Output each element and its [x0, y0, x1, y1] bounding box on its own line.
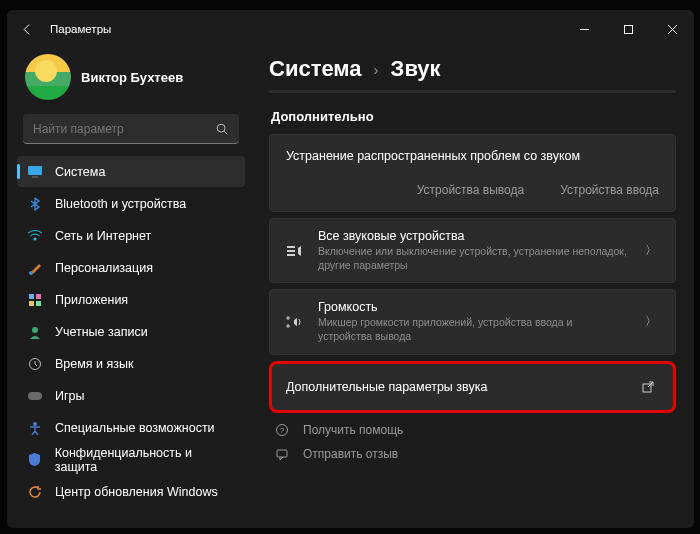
sidebar-item-label: Конфиденциальность и защита	[55, 446, 235, 474]
sidebar-item-label: Персонализация	[55, 261, 153, 275]
card-more-sound-settings[interactable]: Дополнительные параметры звука	[269, 361, 676, 413]
help-icon: ?	[273, 423, 291, 437]
help-label: Получить помощь	[303, 423, 403, 437]
user-profile[interactable]: Виктор Бухтеев	[17, 48, 245, 112]
user-name: Виктор Бухтеев	[81, 70, 183, 85]
search-input[interactable]	[23, 114, 239, 144]
speaker-list-icon	[284, 242, 304, 260]
minimize-button[interactable]	[562, 10, 606, 48]
progress-divider	[269, 90, 676, 93]
svg-rect-6	[28, 166, 42, 175]
svg-point-9	[29, 271, 33, 275]
search-icon	[215, 122, 229, 136]
bluetooth-icon	[27, 196, 43, 212]
troubleshoot-output-button[interactable]: Устройства вывода	[417, 183, 524, 197]
sidebar-item-system[interactable]: Система	[17, 156, 245, 187]
sidebar-item-accessibility[interactable]: Специальные возможности	[17, 412, 245, 443]
sidebar-item-accounts[interactable]: Учетные записи	[17, 316, 245, 347]
svg-line-5	[224, 131, 227, 134]
svg-rect-1	[624, 25, 632, 33]
sidebar: Виктор Бухтеев Система Bluetooth и устро…	[7, 48, 255, 528]
sidebar-item-update[interactable]: Центр обновления Windows	[17, 476, 245, 507]
sidebar-item-bluetooth[interactable]: Bluetooth и устройства	[17, 188, 245, 219]
svg-point-4	[217, 124, 225, 132]
volume-sub: Микшер громкости приложений, устройства …	[318, 316, 627, 343]
sidebar-item-label: Bluetooth и устройства	[55, 197, 186, 211]
sidebar-item-label: Центр обновления Windows	[55, 485, 218, 499]
all-devices-sub: Включение или выключение устройств, устр…	[318, 245, 627, 272]
clock-icon	[27, 356, 43, 372]
sidebar-item-label: Учетные записи	[55, 325, 148, 339]
brush-icon	[27, 260, 43, 276]
update-icon	[27, 484, 43, 500]
maximize-button[interactable]	[606, 10, 650, 48]
sidebar-item-label: Время и язык	[55, 357, 134, 371]
svg-rect-19	[287, 250, 295, 252]
troubleshoot-input-button[interactable]: Устройства ввода	[560, 183, 659, 197]
sidebar-item-gaming[interactable]: Игры	[17, 380, 245, 411]
breadcrumb-parent[interactable]: Система	[269, 56, 362, 82]
footer-links: ? Получить помощь Отправить отзыв	[269, 421, 676, 463]
sidebar-item-label: Сеть и Интернет	[55, 229, 151, 243]
avatar	[25, 54, 71, 100]
sidebar-item-label: Приложения	[55, 293, 128, 307]
back-button[interactable]	[21, 23, 34, 36]
all-devices-title: Все звуковые устройства	[318, 229, 627, 243]
svg-rect-12	[29, 301, 34, 306]
svg-rect-24	[277, 450, 287, 457]
volume-title: Громкость	[318, 300, 627, 314]
gamepad-icon	[27, 388, 43, 404]
wifi-icon	[27, 228, 43, 244]
svg-text:?: ?	[280, 426, 285, 435]
apps-icon	[27, 292, 43, 308]
search-field[interactable]	[33, 122, 215, 136]
section-title-additional: Дополнительно	[271, 109, 676, 124]
external-link-icon	[637, 380, 659, 394]
monitor-icon	[27, 164, 43, 180]
feedback-icon	[273, 447, 291, 461]
svg-rect-11	[36, 294, 41, 299]
link-get-help[interactable]: ? Получить помощь	[269, 421, 676, 439]
svg-rect-13	[36, 301, 41, 306]
sidebar-item-label: Специальные возможности	[55, 421, 215, 435]
more-sound-title: Дополнительные параметры звука	[286, 380, 623, 394]
card-all-devices[interactable]: Все звуковые устройства Включение или вы…	[269, 218, 676, 283]
sidebar-item-label: Игры	[55, 389, 84, 403]
svg-rect-18	[287, 246, 295, 248]
sidebar-item-apps[interactable]: Приложения	[17, 284, 245, 315]
settings-window: Параметры Виктор Бухтеев Система	[7, 10, 694, 528]
svg-rect-7	[32, 176, 38, 178]
card-troubleshoot: Устранение распространенных проблем со з…	[269, 134, 676, 212]
troubleshoot-title: Устранение распространенных проблем со з…	[286, 149, 659, 163]
sidebar-item-network[interactable]: Сеть и Интернет	[17, 220, 245, 251]
svg-point-8	[34, 237, 37, 240]
feedback-label: Отправить отзыв	[303, 447, 398, 461]
chevron-right-icon: 〉	[641, 313, 661, 330]
main-content: Система › Звук Дополнительно Устранение …	[255, 48, 694, 528]
breadcrumb-current: Звук	[391, 56, 441, 82]
svg-rect-20	[287, 254, 295, 256]
shield-icon	[27, 452, 43, 468]
close-button[interactable]	[650, 10, 694, 48]
breadcrumb: Система › Звук	[269, 56, 676, 82]
mixer-icon	[284, 314, 304, 330]
sidebar-item-label: Система	[55, 165, 105, 179]
svg-point-14	[32, 327, 38, 333]
accessibility-icon	[27, 420, 43, 436]
person-icon	[27, 324, 43, 340]
card-volume[interactable]: Громкость Микшер громкости приложений, у…	[269, 289, 676, 354]
nav-list: Система Bluetooth и устройства Сеть и Ин…	[17, 156, 245, 507]
chevron-right-icon: 〉	[641, 242, 661, 259]
window-title: Параметры	[50, 23, 111, 35]
svg-rect-10	[29, 294, 34, 299]
chevron-right-icon: ›	[374, 61, 379, 78]
titlebar: Параметры	[7, 10, 694, 48]
link-feedback[interactable]: Отправить отзыв	[269, 445, 676, 463]
sidebar-item-privacy[interactable]: Конфиденциальность и защита	[17, 444, 245, 475]
sidebar-item-personalization[interactable]: Персонализация	[17, 252, 245, 283]
svg-point-17	[33, 422, 37, 426]
sidebar-item-time-language[interactable]: Время и язык	[17, 348, 245, 379]
svg-rect-16	[28, 392, 42, 400]
